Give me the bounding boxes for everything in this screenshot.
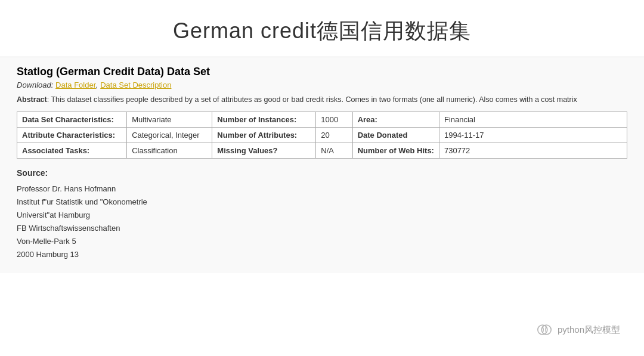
download-line: Download: Data Folder, Data Set Descript… — [17, 81, 627, 89]
source-title: Source: — [17, 168, 627, 178]
source-line: FB Wirtschaftswissenschaften — [17, 222, 627, 235]
source-section: Source: Professor Dr. Hans HofmannInstit… — [17, 168, 627, 262]
table-value-col1: Categorical, Integer — [127, 127, 212, 143]
abstract-label: Abstract — [17, 95, 47, 104]
table-label-col2: Number of Attributes: — [212, 127, 316, 143]
table-value-col2: 1000 — [316, 112, 352, 127]
watermark: python风控模型 — [535, 320, 620, 339]
table-label-col2: Number of Instances: — [212, 112, 316, 127]
table-label-col3: Date Donated — [352, 127, 439, 143]
data-folder-link[interactable]: Data Folder — [55, 81, 96, 89]
table-value-col2: 20 — [316, 127, 352, 143]
table-value-col3: Financial — [439, 112, 627, 127]
source-line: 2000 Hamburg 13 — [17, 248, 627, 261]
table-value-col2: N/A — [316, 143, 352, 158]
table-label-col3: Number of Web Hits: — [352, 143, 439, 158]
table-value-col1: Multivariate — [127, 112, 212, 127]
info-table: Data Set Characteristics:MultivariateNum… — [17, 112, 627, 159]
table-label-col1: Attribute Characteristics: — [17, 127, 127, 143]
source-line: Universit"at Hamburg — [17, 209, 627, 222]
download-label: Download: — [17, 81, 53, 89]
source-line: Institut f"ur Statistik und "Okonometrie — [17, 196, 627, 209]
page-wrapper: German credit德国信用数据集 Statlog (German Cre… — [0, 0, 644, 356]
abstract-text: Abstract: This dataset classifies people… — [17, 94, 627, 106]
source-line: Professor Dr. Hans Hofmann — [17, 182, 627, 196]
source-text: Professor Dr. Hans HofmannInstitut f"ur … — [17, 182, 627, 262]
table-row: Data Set Characteristics:MultivariateNum… — [17, 112, 627, 127]
watermark-text: python风控模型 — [558, 324, 620, 336]
source-line: Von-Melle-Park 5 — [17, 235, 627, 248]
data-set-description-link[interactable]: Data Set Description — [100, 81, 171, 89]
table-value-col3: 1994-11-17 — [439, 127, 627, 143]
table-label-col1: Data Set Characteristics: — [17, 112, 127, 127]
dataset-title: Statlog (German Credit Data) Data Set — [17, 66, 627, 78]
table-row: Attribute Characteristics:Categorical, I… — [17, 127, 627, 143]
watermark-icon — [535, 320, 554, 339]
title-section: German credit德国信用数据集 — [0, 0, 644, 57]
main-title: German credit德国信用数据集 — [0, 17, 644, 46]
table-label-col3: Area: — [352, 112, 439, 127]
content-section: Statlog (German Credit Data) Data Set Do… — [0, 57, 644, 273]
abstract-content: : This dataset classifies people describ… — [47, 95, 577, 104]
table-value-col1: Classification — [127, 143, 212, 158]
table-label-col2: Missing Values? — [212, 143, 316, 158]
table-row: Associated Tasks:ClassificationMissing V… — [17, 143, 627, 158]
table-label-col1: Associated Tasks: — [17, 143, 127, 158]
table-value-col3: 730772 — [439, 143, 627, 158]
